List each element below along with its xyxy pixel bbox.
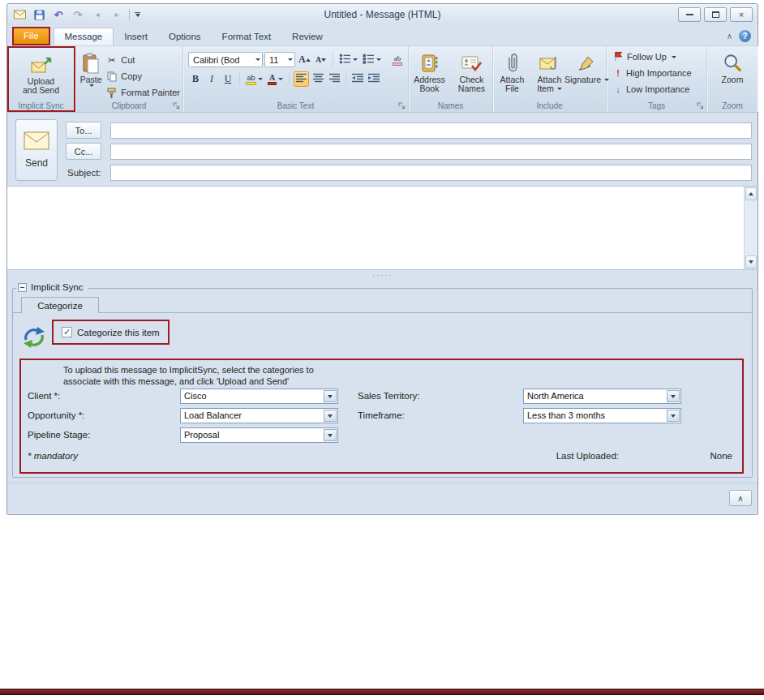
underline-button[interactable]: U <box>221 71 235 87</box>
attach-item-icon <box>539 51 560 75</box>
numbering-button[interactable] <box>361 52 383 67</box>
address-book-icon <box>420 51 440 75</box>
send-button[interactable]: Send <box>15 119 58 181</box>
forward-icon[interactable]: ▸ <box>109 7 124 22</box>
body-scrollbar[interactable] <box>744 187 758 269</box>
cut-button[interactable]: ✂ Cut <box>103 53 182 67</box>
scroll-down-button[interactable] <box>745 256 757 268</box>
basic-text-dialog-launcher-icon[interactable] <box>397 101 406 110</box>
collapse-group-button[interactable] <box>18 283 27 292</box>
grow-font-button[interactable]: A <box>297 52 312 67</box>
tab-file[interactable]: File <box>12 27 50 45</box>
close-button[interactable]: × <box>730 7 753 22</box>
copy-icon <box>105 71 118 82</box>
ribbon-right-controls: ∧ ? <box>727 30 751 42</box>
title-bar: ↶ ↷ ◂ ▸ Untitled - Message (HTML) × <box>7 4 758 25</box>
implicit-sync-groupbox: Implicit Sync Categorize ✓ Categorize th… <box>12 288 753 478</box>
low-importance-button[interactable]: ↓ Low Importance <box>607 81 706 97</box>
tab-insert[interactable]: Insert <box>114 28 158 45</box>
separator <box>289 72 290 86</box>
cc-field[interactable] <box>110 144 752 160</box>
save-icon[interactable] <box>32 7 46 22</box>
format-painter-button[interactable]: Format Painter <box>103 85 182 100</box>
decrease-indent-button[interactable] <box>350 71 365 87</box>
to-button[interactable]: To... <box>66 122 101 139</box>
group-label-basic-text: Basic Text <box>183 101 408 110</box>
restore-button[interactable] <box>704 7 727 22</box>
opportunity-value: Load Balancer <box>184 410 321 420</box>
collapse-pane-button[interactable]: ∧ <box>729 490 752 506</box>
subject-field[interactable] <box>110 165 752 181</box>
tab-format-text[interactable]: Format Text <box>212 28 282 45</box>
decrease-indent-icon <box>352 73 363 85</box>
high-importance-button[interactable]: ! High Importance <box>607 65 706 81</box>
align-left-button[interactable] <box>294 71 309 87</box>
categorize-checkbox-group[interactable]: ✓ Categorize this item <box>52 320 170 345</box>
sales-territory-select[interactable]: North America <box>523 389 681 404</box>
help-icon[interactable]: ? <box>739 30 751 42</box>
attach-file-label-2: File <box>505 84 519 93</box>
pane-splitter-handle[interactable]: ····· <box>7 270 758 281</box>
minimize-button[interactable] <box>678 7 701 22</box>
cc-row: Cc... <box>66 143 752 160</box>
tab-message[interactable]: Message <box>54 28 114 46</box>
flag-icon <box>613 51 624 63</box>
pipeline-stage-label: Pipeline Stage: <box>28 430 90 440</box>
dropdown-arrow-icon[interactable] <box>324 390 337 402</box>
dropdown-arrow-icon <box>288 58 293 61</box>
follow-up-button[interactable]: Follow Up <box>607 49 706 65</box>
paste-label: Paste <box>80 75 102 84</box>
follow-up-label: Follow Up <box>627 52 667 62</box>
window-message-icon <box>12 7 27 22</box>
dropdown-arrow-icon[interactable] <box>667 390 680 402</box>
font-name-value: Calibri (Bod <box>193 55 239 65</box>
clear-formatting-button[interactable]: ab <box>390 52 405 67</box>
font-size-select[interactable]: 11 <box>264 52 295 67</box>
align-center-button[interactable] <box>311 71 325 87</box>
separator <box>346 72 346 86</box>
client-select[interactable]: Cisco <box>180 389 338 404</box>
cc-button[interactable]: Cc... <box>66 143 101 160</box>
customize-qat-icon[interactable] <box>135 12 140 17</box>
align-right-button[interactable] <box>327 71 341 87</box>
basic-text-row-2: B I U ab A <box>188 71 405 87</box>
upload-and-send-button[interactable]: Upload and Send <box>15 50 67 95</box>
redo-icon[interactable]: ↷ <box>71 7 85 22</box>
tab-review[interactable]: Review <box>281 28 333 45</box>
bold-button[interactable]: B <box>188 71 203 87</box>
increase-indent-button[interactable] <box>367 71 381 87</box>
message-body[interactable] <box>7 186 758 270</box>
timeframe-select[interactable]: Less than 3 months <box>523 408 681 423</box>
subject-label: Subject: <box>66 168 101 178</box>
copy-button[interactable]: Copy <box>103 69 182 84</box>
bullets-button[interactable] <box>337 52 359 67</box>
tab-categorize[interactable]: Categorize <box>21 297 99 313</box>
font-name-select[interactable]: Calibri (Bod <box>188 52 263 67</box>
categories-form: To upload this message to ImplicitSync, … <box>19 359 744 474</box>
check-names-icon <box>461 51 483 75</box>
dropdown-arrow-icon[interactable] <box>324 429 337 441</box>
attach-item-label-2: Item <box>537 84 553 93</box>
opportunity-select[interactable]: Load Balancer <box>180 408 338 423</box>
tab-options[interactable]: Options <box>158 28 212 45</box>
minimize-ribbon-icon[interactable]: ∧ <box>727 32 732 41</box>
text-highlight-button[interactable]: ab <box>244 71 264 87</box>
scroll-up-button[interactable] <box>745 187 757 200</box>
italic-button[interactable]: I <box>204 71 219 87</box>
undo-icon[interactable]: ↶ <box>51 7 66 22</box>
shrink-font-button[interactable]: A <box>314 52 328 67</box>
zoom-button[interactable]: Zoom <box>712 49 753 84</box>
clear-formatting-icon: ab <box>393 54 402 66</box>
clipboard-dialog-launcher-icon[interactable] <box>171 101 181 110</box>
tags-dialog-launcher-icon[interactable] <box>695 101 705 110</box>
separator <box>333 53 333 67</box>
align-right-icon <box>329 73 340 85</box>
font-color-button[interactable]: A <box>266 71 285 87</box>
client-value: Cisco <box>184 391 321 401</box>
back-icon[interactable]: ◂ <box>90 7 105 22</box>
categorize-checkbox[interactable]: ✓ <box>62 327 72 337</box>
to-field[interactable] <box>110 122 752 139</box>
pipeline-stage-select[interactable]: Proposal <box>180 427 338 443</box>
dropdown-arrow-icon[interactable] <box>667 410 680 422</box>
dropdown-arrow-icon[interactable] <box>324 410 337 422</box>
